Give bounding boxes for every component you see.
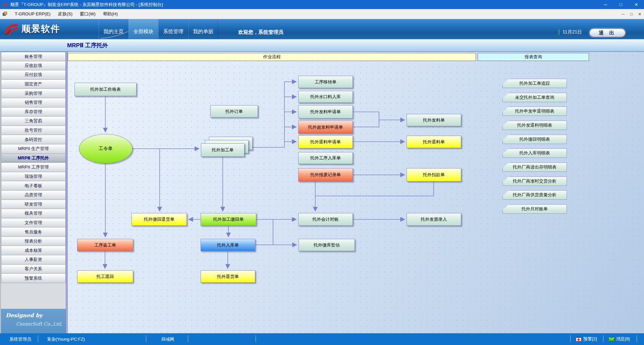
sidebar-item-files[interactable]: 文件管理 bbox=[1, 218, 66, 228]
sidebar-item-after-sales[interactable]: 售后服务 bbox=[1, 227, 66, 237]
status-bar: 系统管理员 复杂(Young-PC:FZ) 局域网 预警[2] 消息[9] bbox=[0, 333, 644, 345]
node-warehouse-in[interactable]: 托外入库单 bbox=[201, 239, 255, 251]
tab-system-management[interactable]: 系统管理 bbox=[158, 19, 188, 39]
sidebar-item-mold[interactable]: 模具管理 bbox=[1, 209, 66, 218]
sidebar-item-mrp2-production[interactable]: MRPII 生产管理 bbox=[1, 144, 66, 154]
node-nozzle-material-in[interactable]: 托外水口料入库 bbox=[298, 91, 353, 103]
mdi-close-icon[interactable]: × bbox=[636, 11, 644, 17]
node-accounting-reconciliation[interactable]: 托外会计对账 bbox=[298, 213, 353, 226]
close-icon[interactable]: × bbox=[629, 0, 644, 9]
sidebar-item-report-analysis[interactable]: 报表分析 bbox=[1, 237, 66, 246]
maximize-icon[interactable]: □ bbox=[613, 0, 629, 9]
sidebar-item-barcode-control[interactable]: 条码管控 bbox=[1, 135, 66, 144]
welcome-text: 欢迎您，系统管理员 bbox=[238, 29, 283, 36]
sidebar-item-receivables[interactable]: 应收款项 bbox=[1, 61, 66, 71]
sidebar-item-shopfloor[interactable]: 现场管理 bbox=[1, 172, 66, 182]
sidebar-item-hr-payroll[interactable]: 人事薪资 bbox=[1, 255, 66, 265]
node-outsource-order[interactable]: 托外订单 bbox=[210, 105, 258, 118]
sidebar-filler bbox=[1, 283, 66, 309]
sidebar-item-e-kanban[interactable]: 电子看板 bbox=[1, 181, 66, 191]
sidebar-item-alert-system[interactable]: 预警系统 bbox=[1, 274, 66, 283]
node-process-transfer[interactable]: 工序移转单 bbox=[298, 76, 353, 88]
report-monthly-statement[interactable]: 托外月对账单 bbox=[502, 204, 567, 214]
page-title: MRPⅡ 工序托外 bbox=[67, 42, 108, 49]
status-separator bbox=[603, 335, 603, 342]
sidebar-item-costing[interactable]: 成本核算 bbox=[1, 246, 66, 255]
status-separator bbox=[38, 335, 38, 342]
node-process-warehouse-in[interactable]: 托外工序入库单 bbox=[298, 152, 353, 164]
node-issue-note[interactable]: 托外发料单 bbox=[407, 114, 461, 126]
node-process-submit[interactable]: 托外加工缴回单 bbox=[201, 213, 256, 226]
sidebar-item-purchasing[interactable]: 采购管理 bbox=[1, 89, 66, 98]
report-request-issue-return-detail[interactable]: 托外申发申退明细表 bbox=[502, 107, 567, 116]
sidebar-item-inventory[interactable]: 库存管理 bbox=[1, 108, 66, 117]
mdi-restore-icon[interactable]: □ bbox=[627, 12, 636, 16]
mdi-document-icon bbox=[3, 12, 8, 16]
company-text: CenterSoft Co.,Ltd. bbox=[6, 321, 62, 327]
node-process-rework[interactable]: 工序返工单 bbox=[77, 239, 133, 251]
exit-button[interactable]: 退 出 bbox=[589, 28, 626, 37]
sidebar-item-payables[interactable]: 应付款项 bbox=[1, 70, 66, 80]
node-return-note[interactable]: 托外退料单 bbox=[407, 136, 461, 148]
node-return-request[interactable]: 托外退料申请单 bbox=[298, 135, 353, 148]
sidebar-item-quality[interactable]: 品质管理 bbox=[1, 191, 66, 200]
report-undelivered-order-query[interactable]: 未交托外加工单查询 bbox=[502, 93, 567, 102]
window-title: 顺景『T-GROUP』制造业ERP系统 - 东莞顺景软件科技有限公司 - [系统… bbox=[10, 2, 598, 8]
sidebar-item-mrp2-process-outsourcing[interactable]: MRPⅡ 工序托外 bbox=[1, 154, 66, 163]
sidebar-item-finance[interactable]: 账务管理 bbox=[1, 52, 66, 61]
banner: 顺景软件 我的主页 全部模块 系统管理 我的单据 欢迎您，系统管理员 11月21… bbox=[0, 19, 644, 39]
tab-all-modules[interactable]: 全部模块 bbox=[128, 19, 158, 39]
report-vendor-ontime-delivery[interactable]: 托外厂商准时交货分析 bbox=[502, 177, 567, 186]
menu-tgroup-erp[interactable]: T-GROUP ERP(E) bbox=[11, 10, 54, 18]
node-process-order[interactable]: 托外加工单 bbox=[201, 143, 245, 157]
node-over-issue-request[interactable]: 托外超发料申请单 bbox=[298, 121, 353, 134]
logo-text: 顺景软件 bbox=[21, 23, 60, 35]
report-vendor-inout-stock-detail[interactable]: 托外厂商进出存明细表 bbox=[502, 162, 567, 172]
menu-skin[interactable]: 皮肤(S) bbox=[54, 10, 76, 18]
node-invoice-entry[interactable]: 托外发票录入 bbox=[407, 213, 461, 226]
report-submit-detail[interactable]: 托外缴回明细表 bbox=[502, 135, 567, 144]
sidebar-item-rnd[interactable]: 研发管理 bbox=[1, 200, 66, 209]
app-logo-icon bbox=[2, 2, 8, 8]
title-bar: 顺景『T-GROUP』制造业ERP系统 - 东莞顺景软件科技有限公司 - [系统… bbox=[0, 0, 644, 9]
status-network: 局域网 bbox=[161, 336, 174, 342]
logo-swoosh-icon bbox=[4, 22, 19, 36]
report-issue-return-detail[interactable]: 托外发退料明细表 bbox=[502, 121, 567, 130]
node-price-list[interactable]: 托外加工价格表 bbox=[74, 83, 137, 96]
tab-my-documents[interactable]: 我的单据 bbox=[188, 19, 218, 39]
node-rework-return[interactable]: 托工退回 bbox=[77, 270, 133, 283]
tab-my-home[interactable]: 我的主页 bbox=[99, 19, 128, 39]
report-warehouse-in-detail[interactable]: 托外入库明细表 bbox=[502, 148, 567, 158]
menu-window[interactable]: 窗口(W) bbox=[76, 10, 99, 18]
sidebar-item-triangle-trade[interactable]: 三角贸易 bbox=[1, 117, 66, 126]
sidebar-item-batch-control[interactable]: 批号管控 bbox=[1, 126, 66, 135]
date-text: 11月21日 bbox=[562, 29, 582, 35]
sidebar-item-crm[interactable]: 客户关系 bbox=[1, 265, 66, 274]
status-separator bbox=[570, 335, 571, 342]
message-label: 消息[9] bbox=[616, 336, 630, 342]
report-process-order-tracking[interactable]: 托外加工单追踪 bbox=[502, 79, 567, 88]
node-deduction-note[interactable]: 托外扣款单 bbox=[407, 168, 461, 182]
flow-canvas: 作业流程 报表查询 bbox=[68, 52, 644, 333]
node-warehouse-estimate[interactable]: 托外缴库暂估 bbox=[299, 239, 355, 251]
status-separator bbox=[637, 335, 637, 342]
sidebar-item-mrp2-process-management[interactable]: MRPII 工序管理 bbox=[1, 163, 66, 172]
status-separator bbox=[256, 335, 256, 342]
page-title-bar: MRPⅡ 工序托外 bbox=[0, 39, 644, 52]
status-alert[interactable]: 预警[2] bbox=[576, 336, 597, 342]
node-work-order[interactable]: 工令单 bbox=[79, 134, 132, 163]
mdi-minimize-icon[interactable]: ─ bbox=[619, 12, 627, 16]
node-goods-return[interactable]: 托外退货单 bbox=[201, 270, 255, 283]
report-vendor-supply-quality[interactable]: 托外厂商供货质量分析 bbox=[502, 190, 567, 200]
sidebar-item-sales[interactable]: 销售管理 bbox=[1, 98, 66, 108]
status-message[interactable]: 消息[9] bbox=[608, 336, 630, 342]
minimize-icon[interactable]: ─ bbox=[598, 0, 613, 9]
sidebar-item-fixed-assets[interactable]: 固定资产 bbox=[1, 80, 66, 89]
menu-bar: T-GROUP ERP(E) 皮肤(S) 窗口(W) 帮助(H) ─ □ × bbox=[0, 9, 644, 19]
node-scrap-record[interactable]: 托外报废记录单 bbox=[298, 168, 353, 182]
node-submit-return-goods[interactable]: 托外缴回退货单 bbox=[131, 213, 187, 226]
menu-help[interactable]: 帮助(H) bbox=[99, 10, 121, 18]
date-separator bbox=[559, 29, 559, 35]
designed-by-panel: Designed by CenterSoft Co.,Ltd. bbox=[1, 309, 66, 333]
node-issue-request[interactable]: 托外发料申请单 bbox=[298, 105, 353, 119]
